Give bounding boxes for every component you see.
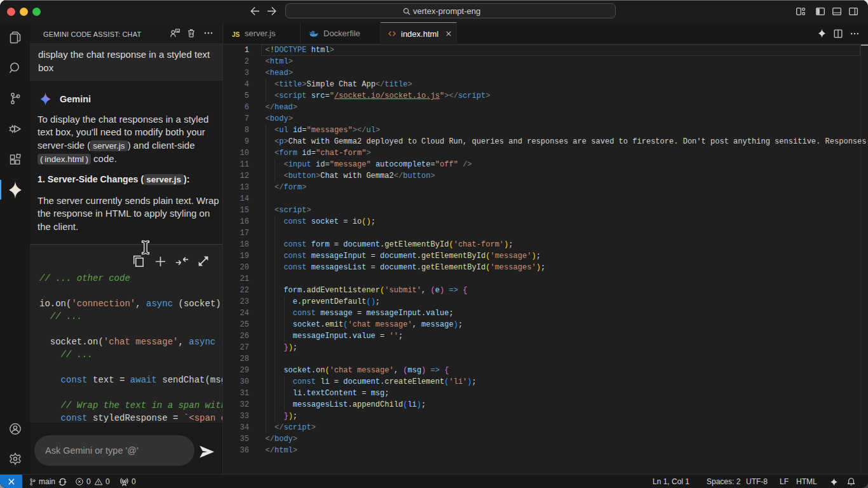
svg-text:JS: JS xyxy=(232,30,240,37)
